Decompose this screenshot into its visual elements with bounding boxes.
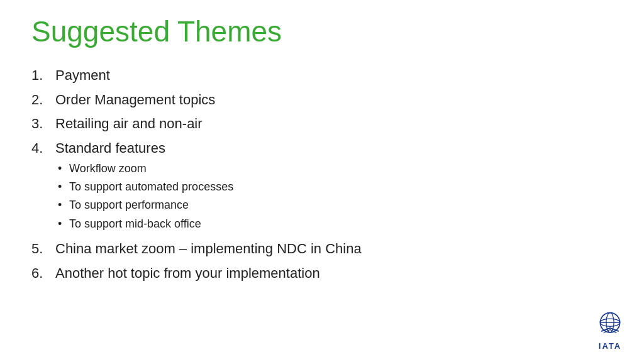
- sub-list-4: Workflow zoomTo support automated proces…: [55, 161, 613, 232]
- list-item-text-2: Order Management topics: [55, 90, 613, 110]
- iata-globe-icon: [594, 307, 626, 340]
- list-item-3: Retailing air and non-air: [31, 114, 613, 134]
- main-list: PaymentOrder Management topicsRetailing …: [31, 66, 613, 283]
- list-item-6: Another hot topic from your implementati…: [31, 264, 613, 283]
- slide-container: Suggested Themes PaymentOrder Management…: [0, 0, 644, 362]
- slide-title: Suggested Themes: [31, 15, 613, 48]
- list-item-4: Standard featuresWorkflow zoomTo support…: [31, 139, 613, 234]
- sub-list-item-4-2: To support performance: [58, 197, 613, 213]
- list-item-text-3: Retailing air and non-air: [55, 114, 613, 134]
- list-item-text-6: Another hot topic from your implementati…: [55, 264, 613, 283]
- list-item-text-4: Standard featuresWorkflow zoomTo support…: [55, 139, 613, 234]
- sub-list-item-4-1: To support automated processes: [58, 179, 613, 195]
- sub-list-item-4-0: Workflow zoom: [58, 161, 613, 177]
- list-item-text-1: Payment: [55, 66, 613, 85]
- sub-list-item-4-3: To support mid-back office: [58, 216, 613, 232]
- list-item-text-5: China market zoom – implementing NDC in …: [55, 239, 613, 259]
- list-item-1: Payment: [31, 66, 613, 85]
- list-item-5: China market zoom – implementing NDC in …: [31, 239, 613, 259]
- iata-text: IATA: [599, 341, 621, 351]
- iata-logo: IATA: [594, 307, 626, 351]
- list-item-2: Order Management topics: [31, 90, 613, 110]
